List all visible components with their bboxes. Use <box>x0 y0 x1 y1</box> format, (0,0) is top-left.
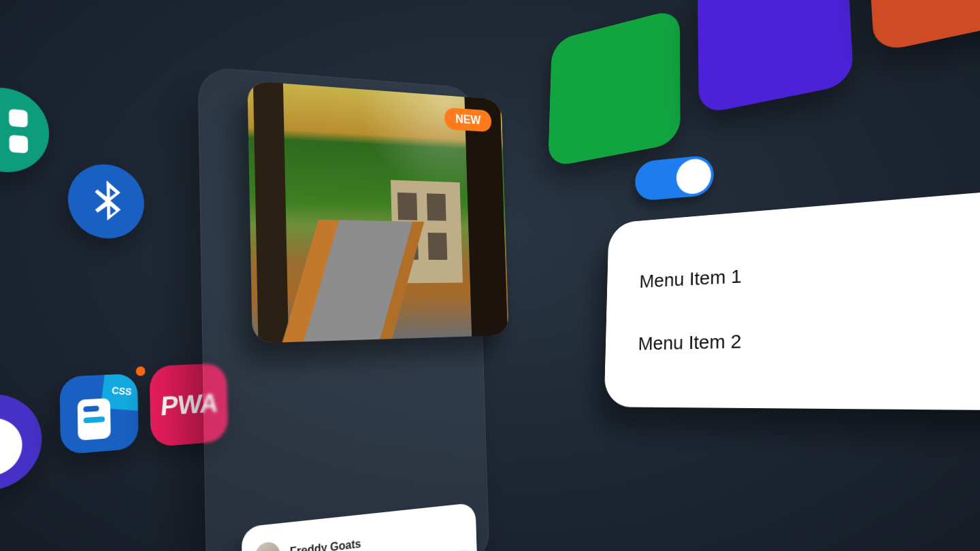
color-swatch-purple[interactable] <box>698 0 854 115</box>
grid-apps-icon <box>0 101 33 158</box>
phone-preview: NEW Freddy Goats Lary LLama Vaction in L… <box>197 66 489 551</box>
menu-item-1[interactable]: Menu Item 1 <box>639 250 980 292</box>
notification-dot-icon <box>136 367 146 377</box>
bluetooth-glyph-icon <box>82 177 130 224</box>
contact-name: Freddy Goats <box>290 537 361 551</box>
samsung-internet-icon[interactable] <box>0 392 42 495</box>
color-swatch-green[interactable] <box>548 8 681 168</box>
new-badge: NEW <box>444 107 492 132</box>
avatar <box>255 541 280 551</box>
feature-photo-card[interactable]: NEW <box>247 81 508 344</box>
svg-rect-1 <box>9 109 28 128</box>
menu-item-2[interactable]: Menu Item 2 <box>638 323 980 355</box>
toggle-switch[interactable] <box>635 154 714 201</box>
color-swatch-row <box>546 0 980 220</box>
color-swatch-orange[interactable] <box>866 0 980 53</box>
bluetooth-icon[interactable] <box>67 162 145 239</box>
svg-rect-3 <box>9 135 28 153</box>
menu-card: Menu Item 1 Menu Item 2 <box>604 187 980 411</box>
css-card-icon[interactable]: CSS <box>60 373 139 455</box>
document-icon <box>78 398 111 441</box>
fold-apps-icon[interactable] <box>0 84 50 175</box>
